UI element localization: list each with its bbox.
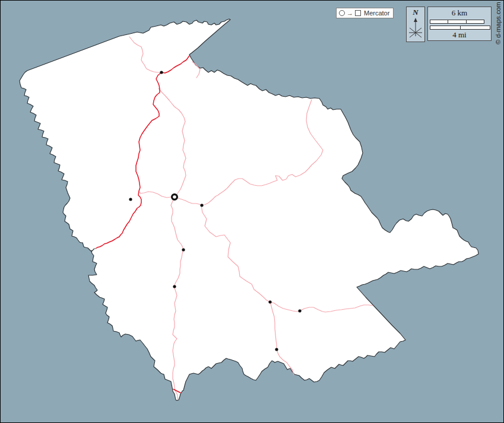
projection-label: Mercator <box>363 10 389 17</box>
compass-rose: N <box>406 7 425 42</box>
city-dot <box>160 71 163 74</box>
copyright-credit: © d-maps.com <box>495 2 502 44</box>
capital-marker <box>172 195 177 200</box>
blank-map <box>1 1 504 423</box>
flat-square-icon <box>355 10 361 16</box>
city-dot <box>200 203 203 206</box>
scale-mi-label: 4 mi <box>428 31 491 39</box>
city-dot <box>268 300 271 303</box>
city-dot <box>298 309 301 312</box>
city-dot <box>275 348 278 351</box>
scale-mi-bar <box>430 26 490 30</box>
scale-km-label: 6 km <box>428 9 491 17</box>
projection-badge: → Mercator <box>336 8 394 18</box>
city-dot <box>129 198 132 201</box>
compass-needle-icon <box>407 17 424 40</box>
scale-km-bar <box>430 20 484 24</box>
compass-north-label: N <box>407 8 424 17</box>
map-canvas: → Mercator N 6 km 4 mi © d-maps.com <box>0 0 504 423</box>
city-dot <box>182 248 185 251</box>
scale-bar: 6 km 4 mi <box>427 7 492 41</box>
city-dot <box>173 285 176 288</box>
region-outline <box>20 19 478 400</box>
arrow-right-icon: → <box>347 10 353 17</box>
globe-circle-icon <box>339 10 345 16</box>
